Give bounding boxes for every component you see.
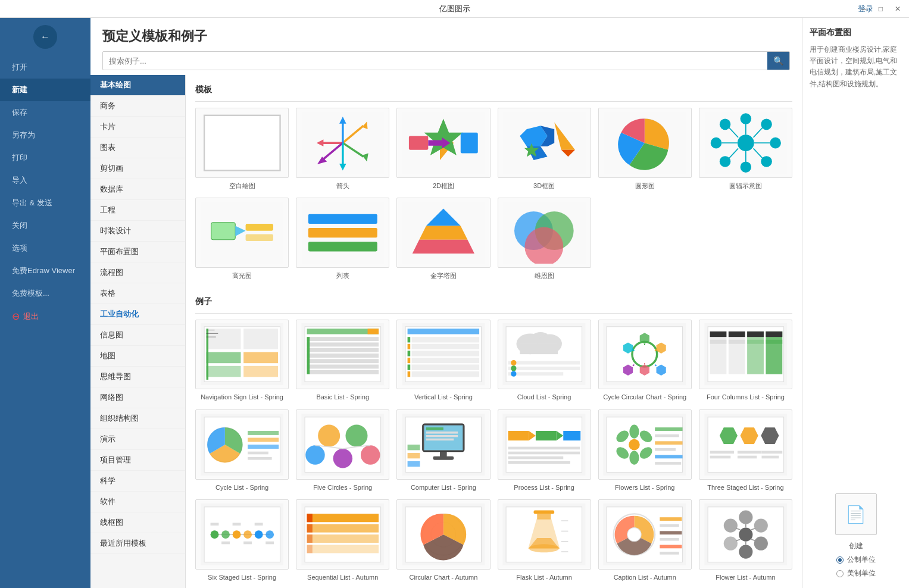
- sidebar-item-close[interactable]: 关闭: [0, 214, 90, 237]
- template-3d[interactable]: 3D框图: [498, 108, 591, 190]
- svg-rect-201: [655, 455, 683, 458]
- nav-item-fashion[interactable]: 时装设计: [90, 221, 185, 242]
- nav-item-science[interactable]: 科学: [90, 471, 185, 492]
- sidebar-item-new[interactable]: 新建: [0, 79, 90, 101]
- unit-metric[interactable]: 公制单位: [836, 555, 876, 565]
- label-nav-sign: Navigation Sign List - Spring: [201, 393, 283, 402]
- template-blank[interactable]: 空白绘图: [195, 108, 289, 190]
- sidebar-item-viewer[interactable]: 免费Edraw Viewer: [0, 259, 90, 282]
- example-flower-autumn[interactable]: Flower List - Autumn: [699, 499, 792, 582]
- svg-rect-91: [408, 329, 480, 334]
- svg-rect-70: [206, 366, 240, 377]
- nav-item-database[interactable]: 数据库: [90, 179, 185, 200]
- create-button[interactable]: 📄: [835, 493, 877, 535]
- nav-item-business[interactable]: 商务: [90, 96, 185, 117]
- example-six-staged[interactable]: Six Staged List - Spring: [195, 499, 289, 582]
- close-btn[interactable]: ✕: [891, 4, 904, 14]
- example-flask-autumn[interactable]: Flask List - Autumn: [498, 499, 591, 582]
- example-nav-sign[interactable]: Navigation Sign List - Spring: [195, 320, 289, 402]
- examples-section-title: 例子: [195, 293, 792, 314]
- example-process-list[interactable]: Process List - Spring: [498, 409, 591, 492]
- nav-item-clip-art[interactable]: 剪切画: [90, 158, 185, 179]
- example-caption-autumn[interactable]: Caption List - Autumn: [598, 499, 692, 582]
- nav-item-floor-plan[interactable]: 平面布置图: [90, 242, 185, 262]
- template-radial[interactable]: 圆辐示意图: [699, 108, 792, 190]
- svg-point-190: [629, 439, 641, 450]
- nav-item-software[interactable]: 软件: [90, 492, 185, 512]
- nav-item-org[interactable]: 组织结构图: [90, 408, 185, 429]
- minimize-btn[interactable]: ─: [858, 4, 870, 14]
- svg-rect-82: [307, 348, 379, 352]
- example-cycle-chart[interactable]: Cycle Circular Chart - Spring: [598, 320, 692, 402]
- template-pyramid[interactable]: 金字塔图: [396, 198, 490, 280]
- search-input[interactable]: [103, 53, 767, 69]
- nav-item-industrial[interactable]: 工业自动化: [90, 304, 185, 325]
- sidebar-item-import[interactable]: 导入: [0, 169, 90, 192]
- svg-rect-134: [728, 331, 745, 374]
- nav-item-infographic[interactable]: 信息图: [90, 325, 185, 346]
- unit-imperial[interactable]: 美制单位: [836, 568, 876, 578]
- nav-item-engineering[interactable]: 工程: [90, 200, 185, 221]
- svg-rect-179: [508, 431, 529, 440]
- sidebar-item-free-templates[interactable]: 免费模板...: [0, 282, 90, 305]
- svg-rect-136: [766, 331, 782, 374]
- example-circular-autumn[interactable]: Circular Chart - Autumn: [396, 499, 490, 582]
- template-2d[interactable]: 2D框图: [396, 108, 490, 190]
- svg-rect-225: [232, 523, 240, 526]
- sidebar-item-options[interactable]: 选项: [0, 237, 90, 259]
- svg-rect-199: [655, 441, 683, 445]
- example-four-columns[interactable]: Four Columns List - Spring: [699, 320, 792, 402]
- svg-rect-137: [710, 331, 726, 337]
- nav-item-network[interactable]: 网络图: [90, 387, 185, 408]
- example-flowers-list[interactable]: Flowers List - Spring: [598, 409, 692, 492]
- example-sequential-autumn[interactable]: Sequential List - Autumn: [296, 499, 389, 582]
- svg-point-155: [318, 424, 340, 446]
- nav-item-table[interactable]: 表格: [90, 283, 185, 304]
- imperial-radio-circle: [836, 570, 844, 577]
- thumb-flower-autumn: [699, 499, 792, 570]
- svg-point-45: [710, 137, 721, 149]
- nav-item-charts[interactable]: 图表: [90, 137, 185, 158]
- back-button[interactable]: ←: [33, 25, 57, 49]
- example-cycle-list[interactable]: Cycle List - Spring: [195, 409, 289, 492]
- template-venn[interactable]: 维恩图: [498, 198, 591, 280]
- example-computer-list[interactable]: Computer List - Spring: [396, 409, 490, 492]
- template-circle[interactable]: 圆形图: [598, 108, 692, 190]
- nav-item-presentation[interactable]: 演示: [90, 429, 185, 450]
- example-vertical-list[interactable]: Vertical List - Spring: [396, 320, 490, 402]
- sidebar-item-save[interactable]: 保存: [0, 101, 90, 124]
- nav-item-recent[interactable]: 最近所用模板: [90, 533, 185, 554]
- nav-item-mindmap[interactable]: 思维导图: [90, 367, 185, 387]
- svg-point-31: [738, 135, 754, 151]
- svg-rect-197: [655, 427, 683, 431]
- sidebar: ← 打开 新建 保存 另存为 打印 导入 导出 & 发送 关闭 选项 免费Edr…: [0, 18, 90, 588]
- nav-item-basic[interactable]: 基本绘图: [90, 75, 185, 96]
- template-thumb-venn: [498, 198, 591, 268]
- template-arrows[interactable]: 箭头: [296, 108, 389, 190]
- example-basic-list[interactable]: Basic List - Spring: [296, 320, 389, 402]
- sidebar-item-export[interactable]: 导出 & 发送: [0, 192, 90, 214]
- template-label-3d: 3D框图: [533, 182, 555, 190]
- template-list[interactable]: 列表: [296, 198, 389, 280]
- label-flowers-list: Flowers List - Spring: [615, 483, 674, 492]
- template-highlight[interactable]: 高光图: [195, 198, 289, 280]
- example-cloud-list[interactable]: Cloud List - Spring: [498, 320, 591, 402]
- sidebar-item-save-as[interactable]: 另存为: [0, 124, 90, 146]
- example-five-circles[interactable]: Five Circles - Spring: [296, 409, 389, 492]
- sidebar-item-exit[interactable]: ⊖ 退出: [0, 305, 90, 328]
- sidebar-item-print[interactable]: 打印: [0, 146, 90, 169]
- template-label-venn: 维恩图: [535, 271, 554, 280]
- unit-radio-group: 公制单位 美制单位: [836, 555, 876, 578]
- nav-item-cards[interactable]: 卡片: [90, 117, 185, 137]
- svg-rect-171: [426, 438, 454, 440]
- nav-item-project[interactable]: 项目管理: [90, 450, 185, 471]
- example-three-staged[interactable]: Three Staged List - Spring: [699, 409, 792, 492]
- thumb-flask-autumn: [498, 499, 591, 570]
- maximize-btn[interactable]: □: [875, 4, 886, 14]
- sidebar-item-open[interactable]: 打开: [0, 56, 90, 79]
- search-button[interactable]: 🔍: [767, 52, 789, 70]
- nav-item-wireframe[interactable]: 线框图: [90, 512, 185, 533]
- nav-item-map[interactable]: 地图: [90, 346, 185, 367]
- nav-item-flowchart[interactable]: 流程图: [90, 262, 185, 283]
- thumb-nav-sign: [195, 320, 289, 390]
